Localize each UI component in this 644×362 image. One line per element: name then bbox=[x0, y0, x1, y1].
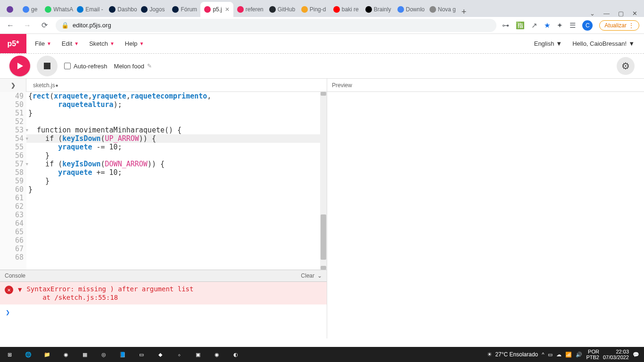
menu-sketch[interactable]: Sketch ▼ bbox=[89, 40, 115, 47]
code-line[interactable]: } bbox=[26, 185, 327, 194]
browser-tab[interactable]: Fórum bbox=[168, 2, 200, 17]
menu-help[interactable]: Help ▼ bbox=[125, 40, 144, 47]
clear-console-button[interactable]: Clear⌄ bbox=[301, 272, 322, 279]
code-line[interactable]: if (keyIsDown(UP_ARROW)) { bbox=[26, 134, 327, 143]
code-line[interactable] bbox=[26, 219, 327, 228]
close-icon[interactable]: ✕ bbox=[225, 6, 230, 13]
code-line[interactable]: raquetealtura); bbox=[26, 100, 327, 109]
scrollbar[interactable] bbox=[320, 92, 327, 270]
taskbar-chrome-icon[interactable]: ◉ bbox=[57, 347, 75, 362]
code-line[interactable]: } bbox=[26, 177, 327, 185]
scroll-thumb[interactable] bbox=[321, 214, 326, 260]
taskbar-git-icon[interactable]: ◆ bbox=[151, 347, 170, 362]
update-button[interactable]: Atualizar⋮ bbox=[599, 20, 639, 31]
code-line[interactable] bbox=[26, 228, 327, 236]
chevron-down-icon[interactable]: ⌄ bbox=[590, 10, 595, 17]
tray-wifi-icon[interactable]: 📶 bbox=[565, 352, 572, 358]
code-line[interactable]: function movimentaMinharaquete() { bbox=[26, 126, 327, 134]
p5-logo[interactable]: p5* bbox=[0, 34, 26, 53]
settings-button[interactable]: ⚙ bbox=[617, 57, 635, 75]
tray-sound-icon[interactable]: 🔊 bbox=[576, 352, 582, 358]
forward-button[interactable]: → bbox=[22, 21, 33, 30]
taskbar-app-icon[interactable]: ▦ bbox=[75, 347, 94, 362]
code-line[interactable] bbox=[26, 253, 327, 262]
pencil-icon[interactable]: ✎ bbox=[147, 63, 152, 69]
play-button[interactable] bbox=[9, 56, 30, 76]
auto-refresh-toggle[interactable]: Auto-refresh bbox=[64, 63, 107, 70]
taskbar-edge-icon[interactable]: 🌐 bbox=[19, 347, 38, 362]
profile-avatar[interactable]: C bbox=[582, 20, 593, 31]
browser-tab[interactable]: Dashbo bbox=[105, 2, 137, 17]
extensions-icon[interactable]: ✦ bbox=[557, 21, 563, 30]
notifications-icon[interactable]: 💬 bbox=[633, 352, 639, 358]
code-line[interactable]: yraquete += 10; bbox=[26, 168, 327, 177]
sidebar-toggle[interactable]: ❯ bbox=[0, 79, 26, 92]
fold-icon[interactable]: ▼ bbox=[26, 126, 28, 134]
reading-list-icon[interactable]: ☰ bbox=[570, 21, 576, 30]
code-editor[interactable]: 4950515253▼54▼555657▼5859606162636465666… bbox=[0, 92, 327, 270]
taskbar-clock[interactable]: 22:0307/03/2022 bbox=[603, 349, 629, 360]
browser-tab[interactable]: Downlo bbox=[394, 2, 426, 17]
start-button[interactable]: ⊞ bbox=[0, 347, 19, 362]
bookmark-icon[interactable]: ★ bbox=[544, 21, 550, 30]
scroll-arrow-up[interactable] bbox=[321, 92, 326, 96]
maximize-icon[interactable]: ▢ bbox=[618, 10, 624, 17]
code-line[interactable] bbox=[26, 194, 327, 202]
close-icon[interactable]: ✕ bbox=[632, 10, 637, 17]
back-button[interactable]: ← bbox=[5, 21, 16, 30]
tray-onedrive-icon[interactable]: ☁ bbox=[556, 352, 561, 358]
minimize-icon[interactable]: ― bbox=[603, 10, 610, 17]
language-menu[interactable]: English▼ bbox=[534, 40, 562, 47]
browser-tab[interactable]: WhatsA bbox=[41, 2, 73, 17]
taskbar-app2-icon[interactable]: ◐ bbox=[226, 347, 245, 362]
scroll-arrow-down[interactable] bbox=[321, 266, 326, 270]
key-icon[interactable]: ⊶ bbox=[502, 21, 509, 30]
browser-tab[interactable] bbox=[3, 2, 19, 17]
taskbar-lang[interactable]: PORPTB2 bbox=[586, 349, 599, 360]
menu-file[interactable]: File ▼ bbox=[35, 40, 51, 47]
weather-widget[interactable]: ☀ 27°C Ensolarado bbox=[487, 351, 538, 358]
browser-tab[interactable]: Email - bbox=[73, 2, 105, 17]
browser-tab[interactable]: Ping-d bbox=[297, 2, 330, 17]
menu-edit[interactable]: Edit ▼ bbox=[62, 40, 79, 47]
browser-tab[interactable]: p5.j✕ bbox=[200, 2, 233, 17]
taskbar-word-icon[interactable]: 📘 bbox=[113, 347, 132, 362]
reload-button[interactable]: ⟳ bbox=[39, 21, 50, 30]
code-line[interactable] bbox=[26, 117, 327, 126]
user-menu[interactable]: Hello, CaioBressan!▼ bbox=[572, 40, 635, 47]
translate-icon[interactable]: 🈯 bbox=[516, 21, 525, 30]
new-tab-button[interactable]: + bbox=[458, 7, 471, 17]
browser-tab[interactable]: Nova g bbox=[426, 2, 458, 17]
address-bar[interactable]: 🔒 editor.p5js.org bbox=[56, 19, 496, 32]
fold-icon[interactable]: ▼ bbox=[26, 134, 28, 143]
code-line[interactable] bbox=[26, 245, 327, 253]
share-icon[interactable]: ↗ bbox=[531, 21, 537, 30]
taskbar-terminal-icon[interactable]: ▭ bbox=[132, 347, 151, 362]
browser-tab[interactable]: Brainly bbox=[362, 2, 394, 17]
code-line[interactable]: yraquete -= 10; bbox=[26, 143, 327, 151]
browser-tab[interactable]: referen bbox=[233, 2, 265, 17]
browser-tab[interactable]: ge bbox=[19, 2, 41, 17]
taskbar-sublime-icon[interactable]: ▣ bbox=[189, 347, 207, 362]
code-line[interactable] bbox=[26, 202, 327, 211]
tray-battery-icon[interactable]: ▭ bbox=[548, 352, 553, 358]
taskbar-chrome2-icon[interactable]: ◉ bbox=[207, 347, 226, 362]
tray-chevron-icon[interactable]: ^ bbox=[542, 352, 544, 357]
browser-tab[interactable]: baki re bbox=[330, 2, 362, 17]
code-line[interactable] bbox=[26, 236, 327, 245]
code-line[interactable]: {rect(xraquete,yraquete,raquetecomprimen… bbox=[26, 92, 327, 100]
stop-button[interactable] bbox=[37, 56, 58, 76]
checkbox-icon[interactable] bbox=[64, 63, 71, 69]
file-tab[interactable]: sketch.js• bbox=[26, 82, 58, 89]
code-line[interactable] bbox=[26, 211, 327, 219]
taskbar-obs-icon[interactable]: ◎ bbox=[94, 347, 113, 362]
fold-icon[interactable]: ▼ bbox=[26, 160, 28, 168]
code-line[interactable]: if (keyIsDown(DOWN_ARROW)) { bbox=[26, 160, 327, 168]
taskbar-explorer-icon[interactable]: 📁 bbox=[38, 347, 57, 362]
code-line[interactable]: } bbox=[26, 151, 327, 160]
caret-down-icon[interactable]: ▼ bbox=[18, 286, 22, 293]
sketch-name[interactable]: Melon food ✎ bbox=[114, 63, 152, 70]
taskbar-vscode-icon[interactable]: ⬦ bbox=[170, 347, 189, 362]
browser-tab[interactable]: GitHub bbox=[265, 2, 297, 17]
browser-tab[interactable]: Jogos bbox=[137, 2, 168, 17]
